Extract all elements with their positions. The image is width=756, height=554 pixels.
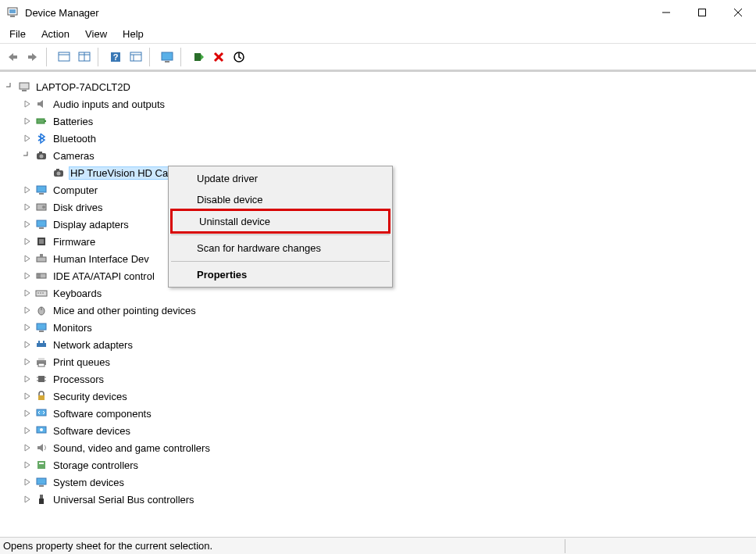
tree-node-processors[interactable]: Processors <box>22 370 751 388</box>
expand-icon[interactable] <box>22 202 33 213</box>
close-button[interactable] <box>720 0 756 25</box>
maximize-button[interactable] <box>684 0 720 25</box>
tree-node-system[interactable]: System devices <box>22 474 751 491</box>
menu-help[interactable]: Help <box>116 27 150 41</box>
show-hide-console-button[interactable] <box>55 48 73 66</box>
expand-icon[interactable] <box>22 133 33 144</box>
expand-icon[interactable] <box>22 253 33 264</box>
context-uninstall-device[interactable]: Uninstall device <box>173 211 388 231</box>
window-title: Device Manager <box>25 7 648 19</box>
svg-rect-2 <box>10 16 15 17</box>
speaker-icon <box>34 97 48 111</box>
help-button[interactable]: ? <box>106 48 125 66</box>
svg-rect-72 <box>39 463 44 464</box>
svg-rect-76 <box>39 499 44 504</box>
storage-icon <box>34 458 48 472</box>
uninstall-button[interactable] <box>209 48 228 66</box>
expand-icon[interactable] <box>22 459 33 470</box>
lock-icon <box>34 389 48 403</box>
expand-icon[interactable] <box>22 408 33 419</box>
expand-icon[interactable] <box>22 442 33 453</box>
svg-rect-28 <box>45 120 46 122</box>
expand-icon[interactable] <box>22 98 33 109</box>
svg-rect-35 <box>37 186 46 192</box>
menu-action[interactable]: Action <box>35 27 76 41</box>
expand-icon[interactable] <box>5 81 16 92</box>
expand-icon[interactable] <box>22 288 33 298</box>
svg-rect-7 <box>13 55 17 59</box>
cpu-icon <box>34 372 48 386</box>
expand-icon[interactable] <box>22 356 33 367</box>
svg-rect-27 <box>37 119 45 123</box>
properties-button[interactable] <box>75 48 94 66</box>
expand-icon[interactable] <box>22 270 33 281</box>
expand-icon[interactable] <box>22 116 33 127</box>
device-tree[interactable]: LAPTOP-7ADCLT2D Audio inputs and outputs… <box>0 77 756 509</box>
svg-rect-19 <box>162 52 173 60</box>
tree-node-camera-hp[interactable]: HP TrueVision HD Camera <box>39 164 751 181</box>
tree-node-usb[interactable]: Universal Serial Bus controllers <box>22 491 751 508</box>
context-update-driver[interactable]: Update driver <box>170 168 390 189</box>
tree-node-print[interactable]: Print queues <box>22 353 751 370</box>
tree-node-storage[interactable]: Storage controllers <box>22 456 751 474</box>
svg-rect-26 <box>22 90 27 91</box>
tree-node-mice[interactable]: Mice and other pointing devices <box>22 302 751 319</box>
expand-icon[interactable] <box>22 305 33 316</box>
menu-view[interactable]: View <box>79 27 113 41</box>
svg-rect-61 <box>38 363 45 366</box>
tree-node-batteries[interactable]: Batteries <box>22 113 751 130</box>
svg-rect-71 <box>37 461 45 469</box>
back-button[interactable] <box>3 48 22 66</box>
expand-icon[interactable] <box>22 184 33 195</box>
update-driver-button[interactable] <box>189 48 208 66</box>
expand-icon[interactable] <box>22 374 33 384</box>
tree-node-network[interactable]: Network adapters <box>22 336 751 353</box>
expand-icon[interactable] <box>22 425 33 436</box>
toolbar: ? <box>0 44 756 70</box>
monitor-button[interactable] <box>158 48 177 66</box>
tree-node-monitors[interactable]: Monitors <box>22 319 751 336</box>
tree-node-bluetooth[interactable]: Bluetooth <box>22 130 751 147</box>
mouse-icon <box>34 303 48 317</box>
tree-node-sound[interactable]: Sound, video and game controllers <box>22 439 751 456</box>
svg-rect-55 <box>39 331 44 332</box>
firmware-icon <box>34 234 48 248</box>
svg-text:?: ? <box>113 52 119 62</box>
window-controls <box>648 0 756 25</box>
scan-hardware-button[interactable] <box>230 48 248 66</box>
tree-node-swdev[interactable]: Software devices <box>22 422 751 439</box>
expand-icon[interactable] <box>22 219 33 230</box>
toolbar-separator <box>149 48 154 66</box>
expand-icon[interactable] <box>22 477 33 488</box>
usb-icon <box>34 492 48 506</box>
context-separator <box>171 234 390 235</box>
tree-root-node[interactable]: LAPTOP-7ADCLT2D <box>5 78 751 95</box>
svg-rect-75 <box>40 495 43 499</box>
context-scan-hardware[interactable]: Scan for hardware changes <box>170 238 390 259</box>
menu-bar: File Action View Help <box>0 25 756 44</box>
context-properties[interactable]: Properties <box>170 264 390 285</box>
tree-node-cameras[interactable]: Cameras <box>22 147 751 164</box>
tree-node-swcomp[interactable]: Software components <box>22 405 751 422</box>
expand-icon[interactable] <box>22 322 33 333</box>
svg-rect-9 <box>59 52 70 61</box>
minimize-button[interactable] <box>648 0 684 25</box>
computer-icon <box>34 183 48 197</box>
expand-icon[interactable] <box>22 236 33 247</box>
tree-node-security[interactable]: Security devices <box>22 388 751 405</box>
expand-icon[interactable] <box>22 494 33 505</box>
toolbar-separator <box>98 48 102 66</box>
export-button[interactable] <box>127 48 145 66</box>
tree-node-audio[interactable]: Audio inputs and outputs <box>22 95 751 113</box>
menu-file[interactable]: File <box>3 27 32 41</box>
status-bar: Opens property sheet for the current sel… <box>0 537 756 554</box>
svg-rect-31 <box>39 152 42 153</box>
collapse-icon[interactable] <box>22 150 33 161</box>
forward-button[interactable] <box>23 48 42 66</box>
printer-icon <box>34 355 48 369</box>
software-icon <box>34 406 48 420</box>
expand-icon[interactable] <box>22 391 33 402</box>
ide-icon <box>34 269 48 283</box>
expand-icon[interactable] <box>22 339 33 350</box>
context-disable-device[interactable]: Disable device <box>170 189 390 210</box>
